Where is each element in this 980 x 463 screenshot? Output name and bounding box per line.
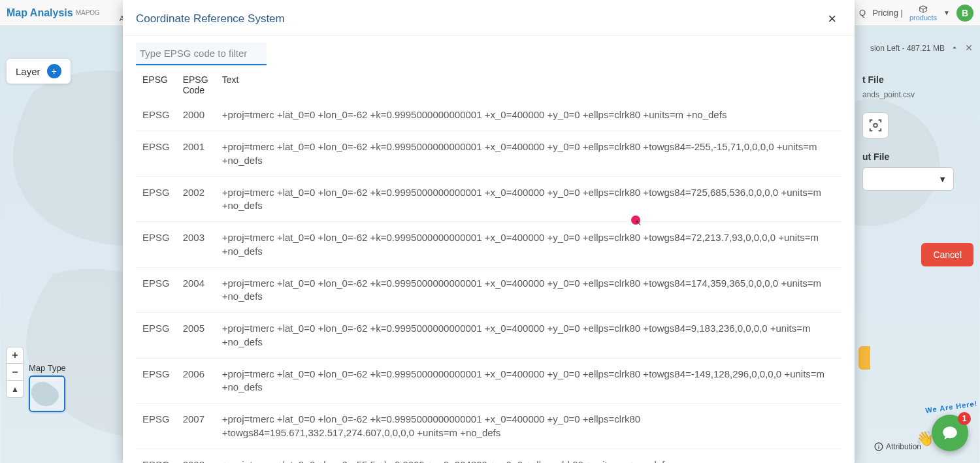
input-file-title: t File <box>862 74 973 85</box>
map-type-label: Map Type <box>29 363 66 373</box>
cell-epsg: EPSG <box>136 449 176 463</box>
products-label: products <box>909 14 937 22</box>
cell-epsg: EPSG <box>136 404 176 449</box>
app-logo: Map Analysis <box>7 7 73 19</box>
cancel-button[interactable]: Cancel <box>921 243 973 266</box>
chevron-down-icon: ▼ <box>938 174 947 184</box>
input-filename: ands_point.csv <box>862 90 973 99</box>
session-left-label: sion Left - 487.21 MB <box>870 44 945 53</box>
col-epsg-code: EPSG Code <box>176 71 216 99</box>
epsg-filter-input[interactable] <box>136 42 267 65</box>
close-panel-icon[interactable] <box>964 43 973 54</box>
cell-epsg: EPSG <box>136 99 176 131</box>
cell-code: 2000 <box>176 99 216 131</box>
pricing-link[interactable]: Pricing | <box>872 8 903 18</box>
zoom-controls: + − ▲ <box>7 347 24 398</box>
cube-icon <box>918 5 928 14</box>
modal-body: EPSG EPSG Code Text EPSG2000+proj=tmerc … <box>123 36 855 463</box>
cell-code: 2005 <box>176 313 216 359</box>
cell-epsg: EPSG <box>136 267 176 313</box>
add-layer-button[interactable]: + <box>47 64 61 78</box>
table-row[interactable]: EPSG2006+proj=tmerc +lat_0=0 +lon_0=-62 … <box>136 358 841 404</box>
cell-text: +proj=tmerc +lat_0=0 +lon_0=-62 +k=0.999… <box>216 99 841 131</box>
cell-text: +proj=tmerc +lat_0=0 +lon_0=-62 +k=0.999… <box>216 404 841 449</box>
table-row[interactable]: EPSG2005+proj=tmerc +lat_0=0 +lon_0=-62 … <box>136 313 841 359</box>
waving-hand-icon: 👋 <box>916 430 934 447</box>
top-right-menu: Q Pricing | products ▼ B <box>859 5 973 22</box>
cell-text: +proj=tmerc +lat_0=0 +lon_0=-62 +k=0.999… <box>216 267 841 313</box>
cell-code: 2004 <box>176 267 216 313</box>
scan-icon <box>868 118 883 133</box>
plus-icon: + <box>51 66 56 76</box>
modal-close-button[interactable]: × <box>823 9 841 29</box>
table-row[interactable]: EPSG2007+proj=tmerc +lat_0=0 +lon_0=-62 … <box>136 404 841 449</box>
chat-bubble[interactable]: 1 <box>932 415 968 451</box>
cell-epsg: EPSG <box>136 222 176 268</box>
modal-header: Coordinate Reference System × <box>123 0 855 36</box>
table-row[interactable]: EPSG2001+proj=tmerc +lat_0=0 +lon_0=-62 … <box>136 131 841 177</box>
attribution-link[interactable]: Attribution <box>874 442 921 451</box>
layer-panel: Layer + <box>7 59 71 84</box>
cell-code: 2003 <box>176 222 216 268</box>
cell-epsg: EPSG <box>136 313 176 359</box>
table-row[interactable]: EPSG2004+proj=tmerc +lat_0=0 +lon_0=-62 … <box>136 267 841 313</box>
cell-epsg: EPSG <box>136 358 176 404</box>
output-format-select[interactable]: ▼ <box>862 167 954 191</box>
cell-epsg: EPSG <box>136 176 176 222</box>
table-row[interactable]: EPSG2000+proj=tmerc +lat_0=0 +lon_0=-62 … <box>136 99 841 131</box>
dropdown-arrow-icon[interactable]: ▼ <box>943 9 950 16</box>
zoom-in-button[interactable]: + <box>7 347 24 364</box>
cell-epsg: EPSG <box>136 131 176 177</box>
col-text: Text <box>216 71 841 99</box>
right-sidebar: t File ands_point.csv ut File ▼ Cancel <box>862 65 973 266</box>
info-icon <box>874 442 883 451</box>
app-logo-sub: MAPOG <box>76 9 100 16</box>
layer-panel-label: Layer <box>16 66 41 77</box>
svg-point-2 <box>874 123 877 127</box>
crs-modal: Coordinate Reference System × EPSG EPSG … <box>123 0 855 463</box>
cell-text: +proj=tmerc +lat_0=0 +lon_0=-62 +k=0.999… <box>216 176 841 222</box>
faq-link[interactable]: Q <box>859 8 866 18</box>
table-row[interactable]: EPSG2003+proj=tmerc +lat_0=0 +lon_0=-62 … <box>136 222 841 268</box>
expand-icon[interactable] <box>950 43 959 54</box>
user-avatar[interactable]: B <box>956 5 973 22</box>
epsg-table: EPSG EPSG Code Text EPSG2000+proj=tmerc … <box>136 71 841 463</box>
modal-title: Coordinate Reference System <box>136 12 285 25</box>
reset-north-button[interactable]: ▲ <box>7 381 24 398</box>
cell-text: +proj=tmerc +lat_0=0 +lon_0=-55.5 +k=0.9… <box>216 449 841 463</box>
cell-code: 2008 <box>176 449 216 463</box>
table-row[interactable]: EPSG2002+proj=tmerc +lat_0=0 +lon_0=-62 … <box>136 176 841 222</box>
cell-code: 2002 <box>176 176 216 222</box>
scan-button[interactable] <box>862 112 889 138</box>
cell-code: 2001 <box>176 131 216 177</box>
map-type-selector[interactable] <box>29 375 65 412</box>
cell-text: +proj=tmerc +lat_0=0 +lon_0=-62 +k=0.999… <box>216 358 841 404</box>
chat-icon <box>941 424 958 441</box>
cell-text: +proj=tmerc +lat_0=0 +lon_0=-62 +k=0.999… <box>216 222 841 268</box>
cell-text: +proj=tmerc +lat_0=0 +lon_0=-62 +k=0.999… <box>216 313 841 359</box>
output-file-title: ut File <box>862 152 973 162</box>
cell-code: 2006 <box>176 358 216 404</box>
cell-code: 2007 <box>176 404 216 449</box>
map-type-panel: Map Type <box>29 363 66 412</box>
session-status-bar: sion Left - 487.21 MB <box>870 39 973 57</box>
chat-badge: 1 <box>958 412 971 425</box>
products-menu[interactable]: products <box>909 5 937 22</box>
globe-thumbnail-icon <box>30 377 64 411</box>
cell-text: +proj=tmerc +lat_0=0 +lon_0=-62 +k=0.999… <box>216 131 841 177</box>
chat-widget[interactable]: We Are Here! 👋 1 <box>932 415 968 451</box>
submit-button-edge[interactable] <box>858 346 870 370</box>
col-epsg: EPSG <box>136 71 176 99</box>
table-row[interactable]: EPSG2008+proj=tmerc +lat_0=0 +lon_0=-55.… <box>136 449 841 463</box>
zoom-out-button[interactable]: − <box>7 364 24 381</box>
